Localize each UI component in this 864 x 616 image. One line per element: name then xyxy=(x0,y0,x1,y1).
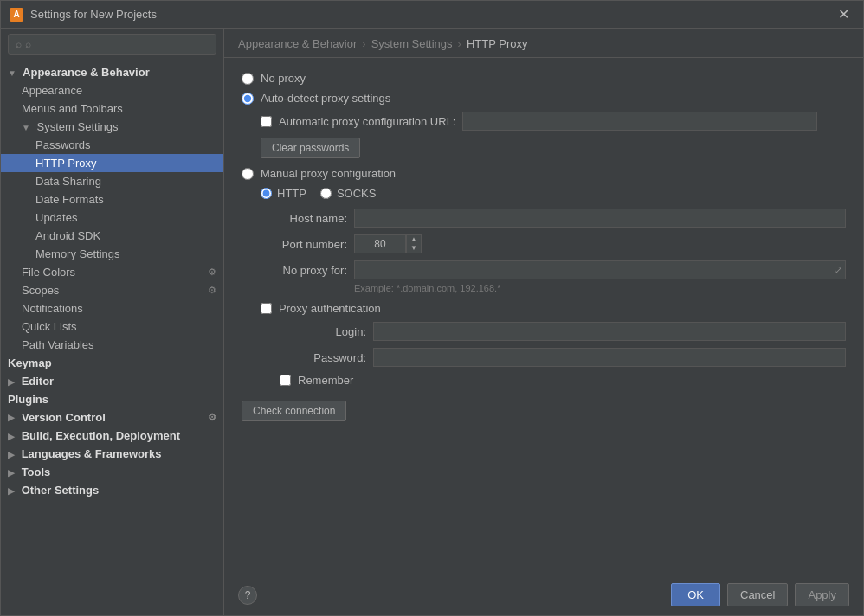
expand-arrow-version-control: ▶ xyxy=(8,413,15,422)
sidebar-item-label: Build, Execution, Deployment xyxy=(22,429,180,442)
sidebar-item-build-execution[interactable]: ▶ Build, Execution, Deployment xyxy=(1,427,223,445)
no-proxy-for-input-wrap: ⤢ xyxy=(354,260,846,279)
gear-icon: ⚙ xyxy=(208,412,216,423)
check-connection-button[interactable]: Check connection xyxy=(242,401,346,421)
cancel-button[interactable]: Cancel xyxy=(727,583,788,606)
sidebar-item-label: File Colors xyxy=(22,266,75,279)
sidebar-item-tools[interactable]: ▶ Tools xyxy=(1,463,223,481)
search-input[interactable] xyxy=(25,38,209,50)
sidebar-item-http-proxy[interactable]: HTTP Proxy xyxy=(1,154,223,172)
help-button[interactable]: ? xyxy=(238,586,257,605)
sidebar-item-label: Menus and Toolbars xyxy=(22,102,123,115)
socks-radio[interactable] xyxy=(320,188,332,199)
http-radio-group: HTTP xyxy=(261,187,306,200)
search-box[interactable]: ⌕ xyxy=(8,34,216,55)
auto-config-url-input[interactable] xyxy=(462,112,817,131)
window-title: Settings for New Projects xyxy=(30,8,833,21)
sidebar-item-updates[interactable]: Updates xyxy=(1,209,223,227)
main-content: ⌕ ▼ Appearance & Behavior Appearance Men… xyxy=(1,29,863,615)
port-number-input[interactable] xyxy=(354,234,406,253)
manual-proxy-radio-row: Manual proxy configuration xyxy=(242,167,846,180)
port-up-button[interactable]: ▲ xyxy=(407,235,421,244)
right-panel: Appearance & Behavior › System Settings … xyxy=(224,29,863,615)
password-input[interactable] xyxy=(373,348,846,367)
ok-button[interactable]: OK xyxy=(671,583,720,606)
proxy-auth-checkbox[interactable] xyxy=(261,303,272,314)
port-down-button[interactable]: ▼ xyxy=(407,244,421,253)
sidebar-item-label: Tools xyxy=(22,465,51,478)
expand-arrow-tools: ▶ xyxy=(8,468,15,478)
sidebar-item-notifications[interactable]: Notifications xyxy=(1,299,223,318)
auto-config-url-checkbox[interactable] xyxy=(261,116,272,127)
no-proxy-for-row: No proxy for: ⤢ xyxy=(261,260,846,279)
login-label: Login: xyxy=(280,325,366,338)
expand-arrow-languages: ▶ xyxy=(8,450,15,459)
close-button[interactable]: ✕ xyxy=(833,4,854,24)
sidebar-item-android-sdk[interactable]: Android SDK xyxy=(1,227,223,245)
sidebar-item-label: Passwords xyxy=(35,138,91,151)
sidebar-item-system-settings[interactable]: ▼ System Settings xyxy=(1,118,223,136)
login-input[interactable] xyxy=(373,322,846,341)
sidebar-item-appearance-behavior[interactable]: ▼ Appearance & Behavior xyxy=(1,63,223,81)
auto-detect-radio-row: Auto-detect proxy settings xyxy=(242,92,846,105)
sidebar-item-label: Languages & Frameworks xyxy=(22,447,162,460)
expand-arrow-editor: ▶ xyxy=(8,377,15,387)
auto-detect-section: Automatic proxy configuration URL: Clear… xyxy=(261,112,846,158)
remember-label[interactable]: Remember xyxy=(298,374,353,387)
settings-window: A Settings for New Projects ✕ ⌕ ▼ Appear… xyxy=(0,0,864,616)
remember-row: Remember xyxy=(280,374,846,387)
breadcrumb: Appearance & Behavior › System Settings … xyxy=(224,29,863,58)
sidebar-item-appearance[interactable]: Appearance xyxy=(1,81,223,99)
http-radio[interactable] xyxy=(261,188,272,199)
manual-proxy-label[interactable]: Manual proxy configuration xyxy=(261,167,396,180)
sidebar-item-date-formats[interactable]: Date Formats xyxy=(1,190,223,209)
clear-passwords-button[interactable]: Clear passwords xyxy=(261,138,360,158)
port-number-label: Port number: xyxy=(261,238,347,251)
host-name-label: Host name: xyxy=(261,212,347,225)
sidebar-item-label: HTTP Proxy xyxy=(35,157,97,170)
remember-checkbox[interactable] xyxy=(280,375,291,386)
sidebar-item-keymap[interactable]: Keymap xyxy=(1,354,223,372)
http-label[interactable]: HTTP xyxy=(277,187,306,200)
breadcrumb-sep1: › xyxy=(362,37,365,50)
sidebar-item-plugins[interactable]: Plugins xyxy=(1,390,223,408)
auto-detect-label[interactable]: Auto-detect proxy settings xyxy=(261,92,390,105)
sidebar-item-version-control[interactable]: ▶ Version Control ⚙ xyxy=(1,408,223,427)
sidebar-item-label: Version Control xyxy=(22,411,106,424)
auto-config-url-label[interactable]: Automatic proxy configuration URL: xyxy=(279,115,455,128)
auth-section: Login: Password: Remember xyxy=(280,322,846,387)
port-number-row: Port number: ▲ ▼ xyxy=(261,234,846,253)
no-proxy-for-input[interactable] xyxy=(354,260,846,279)
expand-arrow-system-settings: ▼ xyxy=(22,123,30,132)
sidebar-item-label: Data Sharing xyxy=(35,175,101,188)
host-name-input[interactable] xyxy=(354,209,846,228)
sidebar-item-label: Appearance xyxy=(22,84,82,97)
search-icon: ⌕ xyxy=(16,38,22,50)
sidebar-item-editor[interactable]: ▶ Editor xyxy=(1,372,223,390)
sidebar-tree: ▼ Appearance & Behavior Appearance Menus… xyxy=(1,60,223,615)
sidebar-item-label: Appearance & Behavior xyxy=(23,66,150,79)
sidebar-item-memory-settings[interactable]: Memory Settings xyxy=(1,245,223,263)
no-proxy-radio[interactable] xyxy=(242,73,254,85)
sidebar-item-label: System Settings xyxy=(37,120,119,133)
sidebar-item-scopes[interactable]: Scopes ⚙ xyxy=(1,281,223,299)
sidebar-item-languages-frameworks[interactable]: ▶ Languages & Frameworks xyxy=(1,445,223,463)
sidebar-item-file-colors[interactable]: File Colors ⚙ xyxy=(1,263,223,281)
sidebar-item-label: Date Formats xyxy=(35,193,104,206)
sidebar: ⌕ ▼ Appearance & Behavior Appearance Men… xyxy=(1,29,224,615)
sidebar-item-data-sharing[interactable]: Data Sharing xyxy=(1,172,223,190)
sidebar-item-menus-toolbars[interactable]: Menus and Toolbars xyxy=(1,99,223,118)
manual-proxy-radio[interactable] xyxy=(242,168,254,180)
sidebar-item-quick-lists[interactable]: Quick Lists xyxy=(1,318,223,336)
expand-icon[interactable]: ⤢ xyxy=(835,265,842,276)
socks-label[interactable]: SOCKS xyxy=(337,187,377,200)
sidebar-item-path-variables[interactable]: Path Variables xyxy=(1,336,223,354)
sidebar-item-passwords[interactable]: Passwords xyxy=(1,136,223,154)
auto-detect-radio[interactable] xyxy=(242,93,254,105)
apply-button[interactable]: Apply xyxy=(795,583,849,606)
no-proxy-label[interactable]: No proxy xyxy=(261,72,306,85)
proxy-auth-label[interactable]: Proxy authentication xyxy=(279,302,381,315)
sidebar-item-other-settings[interactable]: ▶ Other Settings xyxy=(1,481,223,499)
gear-icon: ⚙ xyxy=(208,285,216,296)
bottom-bar: ? OK Cancel Apply xyxy=(224,574,863,615)
